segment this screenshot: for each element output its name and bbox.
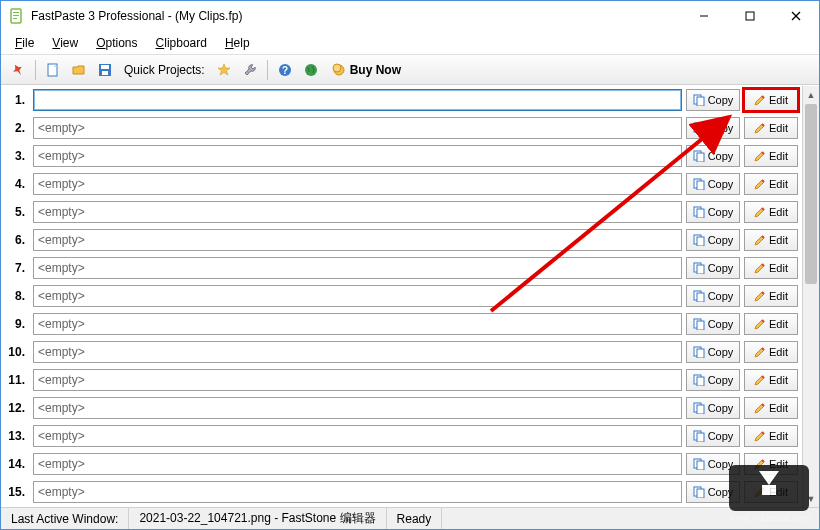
coin-icon xyxy=(332,63,346,77)
wrench-icon[interactable] xyxy=(239,59,261,81)
menu-help[interactable]: Help xyxy=(217,34,258,52)
clip-row: 9.<empty>CopyEdit xyxy=(1,310,802,338)
copy-button[interactable]: Copy xyxy=(686,117,740,139)
svg-point-14 xyxy=(305,64,317,76)
clip-input[interactable]: <empty> xyxy=(33,117,682,139)
copy-button[interactable]: Copy xyxy=(686,313,740,335)
edit-button[interactable]: Edit xyxy=(744,145,798,167)
edit-button[interactable]: Edit xyxy=(744,425,798,447)
clip-input[interactable]: <empty> xyxy=(33,397,682,419)
row-number: 15. xyxy=(1,485,29,499)
svg-rect-36 xyxy=(697,349,704,358)
globe-icon[interactable] xyxy=(300,59,322,81)
clip-row: 4.<empty>CopyEdit xyxy=(1,170,802,198)
edit-button[interactable]: Edit xyxy=(744,229,798,251)
edit-button[interactable]: Edit xyxy=(744,117,798,139)
menu-clipboard[interactable]: Clipboard xyxy=(148,34,215,52)
copy-button[interactable]: Copy xyxy=(686,201,740,223)
minimize-button[interactable] xyxy=(681,1,727,31)
save-icon[interactable] xyxy=(94,59,116,81)
clip-row: 3.<empty>CopyEdit xyxy=(1,142,802,170)
row-number: 5. xyxy=(1,205,29,219)
copy-button[interactable]: Copy xyxy=(686,89,740,111)
row-number: 12. xyxy=(1,401,29,415)
copy-button[interactable]: Copy xyxy=(686,257,740,279)
new-file-icon[interactable] xyxy=(42,59,64,81)
copy-button[interactable]: Copy xyxy=(686,229,740,251)
svg-rect-30 xyxy=(697,265,704,274)
copy-button[interactable]: Copy xyxy=(686,425,740,447)
edit-button[interactable]: Edit xyxy=(744,173,798,195)
vertical-scrollbar[interactable]: ▲ ▼ xyxy=(802,86,819,507)
clip-row: 13.<empty>CopyEdit xyxy=(1,422,802,450)
scroll-up-icon[interactable]: ▲ xyxy=(803,86,819,103)
clip-row: 5.<empty>CopyEdit xyxy=(1,198,802,226)
clip-input[interactable]: <empty> xyxy=(33,173,682,195)
scroll-down-icon[interactable]: ▼ xyxy=(803,490,819,507)
copy-button[interactable]: Copy xyxy=(686,453,740,475)
clip-input[interactable]: <empty> xyxy=(33,453,682,475)
row-number: 1. xyxy=(1,93,29,107)
edit-button[interactable]: Edit xyxy=(744,369,798,391)
row-number: 2. xyxy=(1,121,29,135)
open-folder-icon[interactable] xyxy=(68,59,90,81)
copy-button[interactable]: Copy xyxy=(686,145,740,167)
clip-input[interactable]: <empty> xyxy=(33,481,682,503)
svg-rect-38 xyxy=(697,377,704,386)
row-number: 14. xyxy=(1,457,29,471)
clip-row: 10.<empty>CopyEdit xyxy=(1,338,802,366)
copy-button[interactable]: Copy xyxy=(686,481,740,503)
status-label: Last Active Window: xyxy=(1,508,129,529)
maximize-button[interactable] xyxy=(727,1,773,31)
menu-view[interactable]: View xyxy=(44,34,86,52)
copy-button[interactable]: Copy xyxy=(686,369,740,391)
copy-button[interactable]: Copy xyxy=(686,285,740,307)
window-controls xyxy=(681,1,819,31)
edit-button[interactable]: Edit xyxy=(744,397,798,419)
edit-button[interactable]: Edit xyxy=(744,313,798,335)
quick-projects-label: Quick Projects: xyxy=(124,63,205,77)
clip-input[interactable]: <empty> xyxy=(33,425,682,447)
edit-button[interactable]: Edit xyxy=(744,341,798,363)
clip-input[interactable]: <empty> xyxy=(33,145,682,167)
menubar: File View Options Clipboard Help xyxy=(1,31,819,55)
clip-input[interactable]: <empty> xyxy=(33,257,682,279)
copy-button[interactable]: Copy xyxy=(686,341,740,363)
close-button[interactable] xyxy=(773,1,819,31)
svg-rect-26 xyxy=(697,209,704,218)
edit-button[interactable]: Edit xyxy=(744,285,798,307)
clip-input[interactable]: <empty> xyxy=(33,229,682,251)
status-active-window: 2021-03-22_104721.png - FastStone 编辑器 xyxy=(129,508,386,529)
copy-button[interactable]: Copy xyxy=(686,397,740,419)
edit-button[interactable]: Edit xyxy=(744,453,798,475)
clip-list: 1.CopyEdit2.<empty>CopyEdit3.<empty>Copy… xyxy=(1,86,802,507)
separator xyxy=(35,60,36,80)
edit-button[interactable]: Edit xyxy=(744,481,798,503)
svg-rect-42 xyxy=(697,433,704,442)
row-number: 13. xyxy=(1,429,29,443)
edit-button[interactable]: Edit xyxy=(744,89,798,111)
star-icon[interactable] xyxy=(213,59,235,81)
svg-rect-34 xyxy=(697,321,704,330)
scroll-thumb[interactable] xyxy=(805,104,817,284)
help-icon[interactable]: ? xyxy=(274,59,296,81)
clip-input[interactable] xyxy=(33,89,682,111)
clip-input[interactable]: <empty> xyxy=(33,341,682,363)
menu-options[interactable]: Options xyxy=(88,34,145,52)
clip-input[interactable]: <empty> xyxy=(33,285,682,307)
clip-input[interactable]: <empty> xyxy=(33,201,682,223)
clip-row: 6.<empty>CopyEdit xyxy=(1,226,802,254)
edit-button[interactable]: Edit xyxy=(744,201,798,223)
pin-icon[interactable] xyxy=(7,59,29,81)
clip-row: 2.<empty>CopyEdit xyxy=(1,114,802,142)
row-number: 3. xyxy=(1,149,29,163)
window-title: FastPaste 3 Professional - (My Clips.fp) xyxy=(31,9,681,23)
status-ready: Ready xyxy=(387,508,443,529)
clip-row: 8.<empty>CopyEdit xyxy=(1,282,802,310)
menu-file[interactable]: File xyxy=(7,34,42,52)
clip-input[interactable]: <empty> xyxy=(33,313,682,335)
buy-now-button[interactable]: Buy Now xyxy=(326,61,407,79)
copy-button[interactable]: Copy xyxy=(686,173,740,195)
clip-input[interactable]: <empty> xyxy=(33,369,682,391)
edit-button[interactable]: Edit xyxy=(744,257,798,279)
